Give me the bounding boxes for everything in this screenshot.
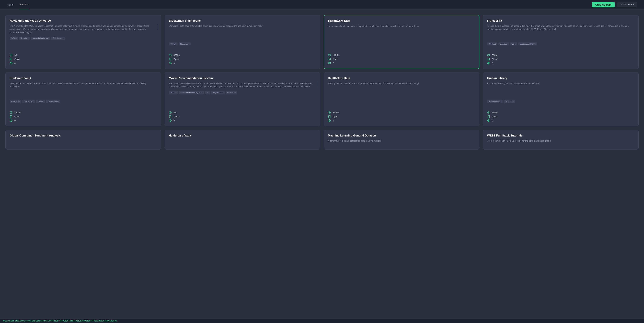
card-title: EduGuard Vault bbox=[10, 76, 157, 80]
library-card[interactable]: FitnessFlix FitnessFlix is a subscriptio… bbox=[483, 15, 638, 69]
card-tag: WEB3 bbox=[10, 37, 18, 40]
card-description: FitnessFlix is a subscription-based vide… bbox=[487, 24, 634, 40]
clock-icon bbox=[487, 111, 490, 114]
header-actions: Create Library 0x3A2...6AB28 bbox=[592, 2, 637, 7]
status-bar: https://super-attestations.vercel.app/at… bbox=[0, 319, 644, 323]
clock-icon bbox=[328, 111, 331, 114]
library-card[interactable]: WEB3 Full Stack Tutorials lorem ipsum he… bbox=[483, 130, 638, 149]
card-tag: design bbox=[169, 42, 178, 45]
library-card[interactable]: Healthcare Vault bbox=[164, 130, 320, 149]
card-title: Human Library bbox=[487, 76, 634, 80]
library-card[interactable]: Navigating the Web3 Universe The "Naviga… bbox=[6, 15, 161, 69]
card-tags: designblockchain bbox=[169, 42, 316, 45]
library-card[interactable]: HealthCare Data lorem ipsum health care … bbox=[324, 15, 480, 69]
card-tag: Tutorials bbox=[19, 37, 30, 40]
stat-diamond-value: 0 bbox=[492, 119, 493, 122]
stat-access-value: Close bbox=[14, 58, 20, 60]
card-title: Global Consumer Sentiment Analysis bbox=[10, 134, 157, 137]
library-card[interactable]: EduGuard Vault Safely store and share ac… bbox=[6, 72, 161, 126]
card-stats: 36000 Open 0 bbox=[328, 111, 475, 122]
create-library-button[interactable]: Create Library bbox=[592, 2, 615, 7]
book-icon bbox=[328, 57, 331, 60]
card-stats: 3600 Close 0 bbox=[487, 53, 634, 65]
card-title: FitnessFlix bbox=[487, 19, 634, 22]
card-description: lorem ipsum health care data is importan… bbox=[487, 139, 634, 143]
card-description: lorem ipsum health care data is importan… bbox=[328, 25, 475, 40]
library-card[interactable]: HealthCare Data lorem ipsum health care … bbox=[324, 72, 480, 126]
card-title: Blockchain chain icons bbox=[169, 19, 316, 22]
card-tags: MoviesRecommendation SystemAIonlyHumansW… bbox=[169, 91, 316, 94]
stat-diamonds: 0 bbox=[169, 62, 316, 65]
card-title: HealthCare Data bbox=[328, 19, 475, 23]
stat-count-value: 36000 bbox=[333, 111, 339, 114]
library-grid: Navigating the Web3 Universe The "Naviga… bbox=[6, 15, 638, 149]
diamond-icon bbox=[328, 119, 331, 122]
card-description: A library full of big data dataset for d… bbox=[328, 139, 475, 143]
clock-icon bbox=[10, 53, 13, 57]
clock-icon bbox=[328, 53, 331, 56]
stat-count: 36000 bbox=[328, 111, 475, 114]
stat-diamonds: 0 bbox=[10, 119, 157, 122]
stat-access-value: Close bbox=[14, 115, 20, 118]
card-tag: Credentials bbox=[22, 100, 35, 103]
main-nav: Home Libraries bbox=[7, 0, 29, 9]
stat-access-value: Close bbox=[492, 58, 498, 60]
library-card[interactable]: Global Consumer Sentiment Analysis bbox=[6, 130, 161, 149]
stat-count: 3600 bbox=[487, 53, 634, 57]
card-description bbox=[169, 139, 316, 143]
stat-count-value: 36000 bbox=[14, 111, 20, 114]
stat-count-value: 3600 bbox=[492, 54, 497, 56]
stat-access-value: Open bbox=[174, 58, 179, 60]
stat-diamonds: 0 bbox=[487, 62, 634, 65]
library-card[interactable]: Movie Recommendation System The Subscrip… bbox=[164, 72, 320, 126]
stat-access: Open bbox=[169, 58, 316, 61]
book-icon bbox=[487, 115, 490, 118]
stat-diamonds: 0 bbox=[487, 119, 634, 122]
stat-count-value: 36000 bbox=[174, 54, 180, 56]
stat-access-value: Open bbox=[333, 115, 338, 118]
stat-access: Open bbox=[328, 115, 475, 118]
stat-count-value: 36000 bbox=[333, 54, 339, 56]
card-tag: OnlyHumans bbox=[46, 100, 60, 103]
diamond-icon bbox=[487, 119, 490, 122]
book-icon bbox=[10, 58, 13, 61]
stat-count: 36000 bbox=[10, 111, 157, 114]
stat-access-value: Open bbox=[492, 115, 497, 118]
stat-count-value: 86400 bbox=[492, 111, 498, 114]
book-icon bbox=[487, 58, 490, 61]
card-tag: Worldcoin bbox=[226, 91, 237, 94]
card-tag: Movies bbox=[169, 91, 178, 94]
book-icon bbox=[328, 115, 331, 118]
card-title: Machine Learning General Datasets bbox=[328, 134, 475, 137]
diamond-icon bbox=[10, 119, 13, 122]
stat-count: 360 bbox=[169, 111, 316, 114]
card-description: The Subscription-Based Movie Recommendat… bbox=[169, 82, 316, 88]
card-tag: AI bbox=[205, 91, 210, 94]
stat-diamonds: 0 bbox=[10, 62, 157, 65]
card-tags: WEB3TutorialsSubscription basedOnlyHuman… bbox=[10, 37, 157, 40]
diamond-icon bbox=[169, 62, 172, 65]
card-tag: Subscription based bbox=[31, 37, 50, 40]
clock-icon bbox=[169, 53, 172, 57]
library-card[interactable]: Machine Learning General Datasets A libr… bbox=[324, 130, 480, 149]
stat-access: Open bbox=[487, 115, 634, 118]
stat-count: 36 bbox=[10, 53, 157, 57]
stat-count: 36000 bbox=[328, 53, 475, 56]
stat-diamonds: 0 bbox=[328, 119, 475, 122]
card-tag: Worldcoin bbox=[504, 100, 515, 103]
stat-access: Close bbox=[487, 58, 634, 61]
nav-home[interactable]: Home bbox=[7, 0, 14, 9]
card-tag: subscription-based bbox=[518, 42, 537, 45]
stat-count-value: 360 bbox=[174, 111, 177, 114]
diamond-icon bbox=[10, 62, 13, 65]
library-card[interactable]: Blockchain chain icons We would like to … bbox=[164, 15, 320, 69]
clock-icon bbox=[10, 111, 13, 114]
card-stats: 86400 Open 0 bbox=[487, 111, 634, 122]
card-title: Healthcare Vault bbox=[169, 134, 316, 137]
stat-count: 86400 bbox=[487, 111, 634, 114]
card-description: We would like to have different blockcha… bbox=[169, 24, 316, 40]
library-card[interactable]: Human Library A library where only human… bbox=[483, 72, 638, 126]
stat-diamond-value: 0 bbox=[14, 62, 16, 64]
nav-libraries[interactable]: Libraries bbox=[19, 0, 29, 9]
diamond-icon bbox=[487, 62, 490, 65]
